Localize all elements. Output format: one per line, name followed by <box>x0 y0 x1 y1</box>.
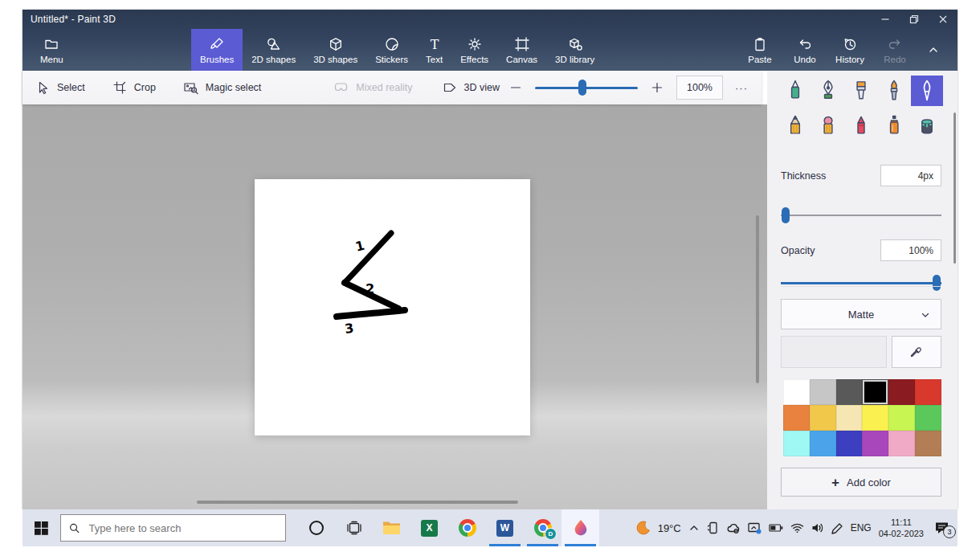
cortana-button[interactable] <box>297 509 335 546</box>
color-swatch[interactable] <box>783 431 810 456</box>
tab-2d-shapes[interactable]: 2D shapes <box>243 29 304 71</box>
screen-share-button[interactable] <box>748 522 762 534</box>
excel-button[interactable]: X <box>410 509 448 546</box>
tool-oil-brush[interactable] <box>845 76 877 106</box>
tool-eraser[interactable] <box>812 111 844 141</box>
pen-settings-button[interactable] <box>831 522 843 534</box>
taskbar-search[interactable] <box>60 514 286 542</box>
your-phone-button[interactable] <box>707 521 719 534</box>
color-swatch[interactable] <box>862 405 888 431</box>
color-swatch[interactable] <box>888 405 915 431</box>
watercolor-icon <box>881 78 907 104</box>
history-button[interactable]: History <box>827 29 872 71</box>
task-view-button[interactable] <box>335 509 373 546</box>
color-swatch[interactable] <box>915 405 941 431</box>
tab-effects[interactable]: Effects <box>451 29 497 71</box>
zoom-slider-thumb[interactable] <box>578 80 586 96</box>
color-swatch[interactable] <box>783 405 810 431</box>
zoom-out-button[interactable] <box>509 81 522 94</box>
file-explorer-button[interactable] <box>373 509 410 546</box>
drawing-canvas[interactable]: 1 2 3 <box>255 179 530 435</box>
crop-icon <box>112 80 127 95</box>
tab-canvas[interactable]: Canvas <box>497 29 546 71</box>
titlebar: Untitled* - Paint 3D <box>22 10 958 29</box>
color-swatch-selected[interactable] <box>862 379 888 405</box>
chrome-profile-button[interactable]: D <box>524 509 561 546</box>
tab-text[interactable]: T Text <box>417 29 451 71</box>
color-swatch[interactable] <box>836 431 863 456</box>
temperature-label[interactable]: 19°C <box>658 522 681 534</box>
color-swatch[interactable] <box>915 431 941 456</box>
color-swatch[interactable] <box>888 431 915 456</box>
opacity-input[interactable]: 100% <box>880 239 941 261</box>
undo-button[interactable]: Undo <box>782 29 827 71</box>
sidebar-divider <box>781 286 941 287</box>
workspace-vertical-scrollbar[interactable] <box>756 215 759 383</box>
zoom-in-button[interactable] <box>651 81 664 94</box>
history-icon <box>842 36 858 52</box>
color-swatch[interactable] <box>915 379 941 405</box>
search-input[interactable] <box>87 521 277 535</box>
more-options-button[interactable]: ··· <box>728 76 755 99</box>
battery-button[interactable] <box>769 523 783 533</box>
eyedropper-button[interactable] <box>892 336 941 368</box>
start-button[interactable] <box>22 509 60 546</box>
tool-pencil[interactable] <box>779 111 811 141</box>
onedrive-button[interactable] <box>726 522 741 534</box>
clock-widget[interactable]: 11:11 04-02-2023 <box>879 517 924 540</box>
zoom-value[interactable]: 100% <box>676 76 723 100</box>
opacity-slider-thumb[interactable] <box>933 275 941 291</box>
crop-button[interactable]: Crop <box>112 80 156 95</box>
collapse-ribbon-button[interactable] <box>917 29 949 71</box>
tool-crayon[interactable] <box>845 111 877 141</box>
tab-stickers[interactable]: Stickers <box>366 29 417 71</box>
wifi-button[interactable] <box>790 522 804 534</box>
tab-3d-library[interactable]: 3D library <box>546 29 603 71</box>
close-button[interactable] <box>929 10 958 29</box>
thickness-slider-thumb[interactable] <box>782 207 790 223</box>
zoom-slider[interactable] <box>535 80 638 96</box>
tool-spray-can[interactable] <box>878 111 910 141</box>
color-swatch[interactable] <box>810 379 836 405</box>
material-dropdown[interactable]: Matte <box>781 299 941 329</box>
chrome-button[interactable] <box>448 509 486 546</box>
mixed-reality-button[interactable]: Mixed reality <box>333 80 412 95</box>
magic-select-button[interactable]: Magic select <box>183 80 261 95</box>
select-button[interactable]: Select <box>35 80 85 95</box>
action-center-button[interactable]: 3 <box>934 521 949 535</box>
language-indicator[interactable]: ENG <box>851 522 872 534</box>
menu-button[interactable]: Menu <box>34 29 70 71</box>
volume-button[interactable] <box>811 522 824 534</box>
paint3d-taskbar-button[interactable] <box>561 509 599 546</box>
color-swatch[interactable] <box>810 405 836 431</box>
window-controls <box>871 10 958 29</box>
tab-brushes[interactable]: Brushes <box>191 29 243 71</box>
word-button[interactable]: W <box>486 509 524 546</box>
tool-calligraphy-pen[interactable] <box>812 76 844 106</box>
minimize-button[interactable] <box>871 10 900 29</box>
tool-marker[interactable] <box>779 76 811 106</box>
redo-button[interactable]: Redo <box>872 29 917 71</box>
color-swatch[interactable] <box>810 431 836 456</box>
sidebar-scrollbar[interactable] <box>953 112 956 264</box>
color-swatch[interactable] <box>836 405 863 431</box>
color-swatch[interactable] <box>888 379 915 405</box>
restore-button[interactable] <box>900 10 929 29</box>
tool-fill[interactable] <box>911 111 943 141</box>
tray-expand-button[interactable] <box>688 522 700 534</box>
paste-button[interactable]: Paste <box>737 29 782 71</box>
3d-view-button[interactable]: 3D view <box>442 80 500 95</box>
weather-widget[interactable] <box>636 521 651 535</box>
color-swatch[interactable] <box>862 431 888 456</box>
tab-3d-shapes[interactable]: 3D shapes <box>304 29 366 71</box>
add-color-button[interactable]: + Add color <box>781 468 941 497</box>
color-swatch[interactable] <box>836 379 863 405</box>
spray-can-icon <box>881 113 907 139</box>
color-swatch[interactable] <box>783 379 810 405</box>
thickness-slider[interactable] <box>781 207 941 223</box>
workspace-horizontal-scrollbar[interactable] <box>197 501 518 504</box>
tool-pixel-pen[interactable] <box>911 76 943 106</box>
tool-watercolor[interactable] <box>878 76 910 106</box>
opacity-slider[interactable] <box>781 275 941 291</box>
thickness-input[interactable]: 4px <box>880 165 941 186</box>
